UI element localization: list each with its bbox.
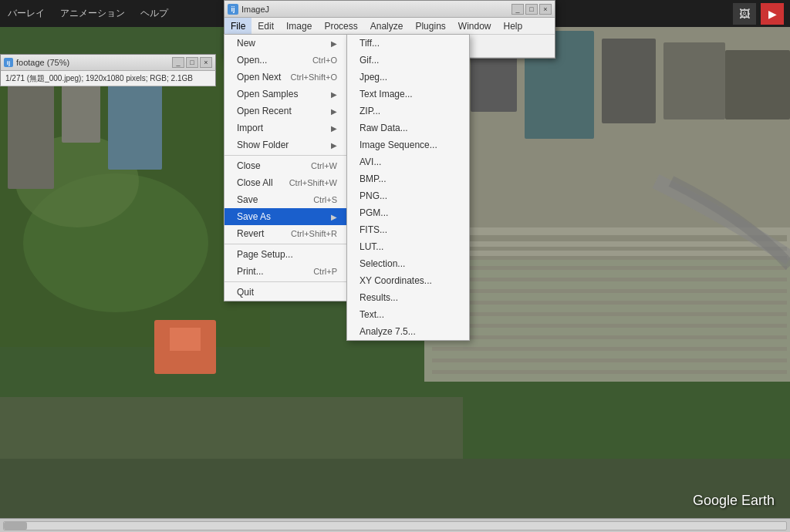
svg-rect-25 [8,73,54,189]
scrollbar-area[interactable] [0,518,790,532]
footage-window-controls[interactable]: _ □ × [172,57,212,68]
menu-import-arrow: ▶ [331,124,337,133]
menu-save-shortcut: Ctrl+S [313,195,337,204]
menu-save-label: Save [237,194,258,205]
submenu-results[interactable]: Results... [347,289,469,306]
file-dropdown-menu[interactable]: New ▶ Open... Ctrl+O Open Next Ctrl+Shif… [224,34,347,301]
submenu-lut[interactable]: LUT... [347,238,469,255]
menu-save-as-arrow: ▶ [331,213,337,221]
minimize-button[interactable]: _ [511,4,524,15]
submenu-text-label: Text... [360,309,384,320]
menu-new[interactable]: New ▶ [225,35,346,52]
menu-sep-2 [225,244,346,244]
submenu-text[interactable]: Text... [347,306,469,323]
svg-rect-14 [432,289,787,293]
submenu-tiff[interactable]: Tiff... [347,35,469,52]
menu-open-recent-arrow: ▶ [331,107,337,116]
menu-window[interactable]: Window [452,18,498,34]
app-icons-right: 🖼 ▶ [733,3,784,25]
menu-quit[interactable]: Quit [225,284,346,301]
submenu-image-sequence[interactable]: Image Sequence... [347,136,469,153]
menu-open[interactable]: Open... Ctrl+O [225,52,346,69]
menu-open-next[interactable]: Open Next Ctrl+Shift+O [225,69,346,86]
menu-close[interactable]: Close Ctrl+W [225,157,346,174]
svg-rect-11 [432,256,787,260]
footage-minimize[interactable]: _ [172,57,184,68]
submenu-fits[interactable]: FITS... [347,221,469,238]
submenu-xy-coordinates-label: XY Coordinates... [360,275,432,286]
app-icon-image[interactable]: 🖼 [733,3,756,25]
submenu-xy-coordinates[interactable]: XY Coordinates... [347,272,469,289]
close-button[interactable]: × [539,4,552,15]
menu-page-setup[interactable]: Page Setup... [225,246,346,263]
footage-restore[interactable]: □ [186,57,198,68]
svg-rect-21 [432,370,787,374]
submenu-gif[interactable]: Gif... [347,52,469,69]
menu-analyze[interactable]: Analyze [364,18,410,34]
menu-import-label: Import [237,123,263,133]
scroll-thumb[interactable] [4,522,27,530]
svg-rect-16 [432,312,787,316]
imagej-icon: ij [228,4,238,15]
imagej-menubar[interactable]: File Edit Image Process Analyze Plugins … [225,18,555,35]
menu-show-folder[interactable]: Show Folder ▶ [225,136,346,153]
submenu-pgm[interactable]: PGM... [347,204,469,221]
menu-open-shortcut: Ctrl+O [312,56,337,65]
svg-rect-18 [432,335,787,339]
svg-rect-20 [432,359,787,362]
taskbar-item-3: ヘルプ [140,7,168,20]
menu-open-samples[interactable]: Open Samples ▶ [225,86,346,103]
menu-close-label: Close [237,160,261,171]
google-earth-watermark: Google Earth [693,493,775,509]
submenu-avi[interactable]: AVI... [347,153,469,170]
menu-help[interactable]: Help [498,18,529,34]
menu-file[interactable]: File [225,18,252,34]
svg-rect-5 [602,39,656,123]
menu-save[interactable]: Save Ctrl+S [225,191,346,208]
menu-print[interactable]: Print... Ctrl+P [225,263,346,280]
footage-window: ij footage (75%) _ □ × 1/271 (無題_000.jpe… [0,54,216,86]
svg-rect-10 [432,247,787,251]
menu-edit[interactable]: Edit [252,18,280,34]
submenu-png[interactable]: PNG... [347,187,469,204]
scroll-track[interactable] [3,521,787,530]
submenu-raw-data[interactable]: Raw Data... [347,120,469,136]
submenu-jpeg-label: Jpeg... [360,72,387,82]
submenu-tiff-label: Tiff... [360,38,380,49]
menu-print-shortcut: Ctrl+P [313,267,337,276]
saveas-submenu[interactable]: Tiff... Gif... Jpeg... Text Image... ZIP… [346,34,470,341]
svg-rect-9 [432,235,787,241]
menu-quit-label: Quit [237,287,254,298]
submenu-analyze75-label: Analyze 7.5... [360,326,416,337]
menu-open-recent[interactable]: Open Recent ▶ [225,103,346,120]
submenu-lut-label: LUT... [360,241,383,252]
menu-image[interactable]: Image [280,18,318,34]
menu-import[interactable]: Import ▶ [225,120,346,136]
footage-title: footage (75%) [16,58,69,67]
menu-revert-label: Revert [237,228,264,239]
submenu-jpeg[interactable]: Jpeg... [347,69,469,86]
window-controls[interactable]: _ □ × [511,4,552,15]
submenu-analyze75[interactable]: Analyze 7.5... [347,323,469,340]
menu-revert[interactable]: Revert Ctrl+Shift+R [225,225,346,242]
taskbar-item-2: アニメーション [60,7,125,20]
menu-open-next-shortcut: Ctrl+Shift+O [290,72,337,82]
submenu-selection[interactable]: Selection... [347,255,469,272]
menu-close-all[interactable]: Close All Ctrl+Shift+W [225,174,346,191]
menu-new-label: New [237,38,255,49]
menu-process[interactable]: Process [318,18,363,34]
menu-save-as[interactable]: Save As ▶ [225,208,346,225]
footage-close[interactable]: × [200,57,212,68]
svg-rect-6 [663,42,725,120]
menu-save-as-label: Save As [237,211,271,222]
svg-rect-12 [432,266,787,270]
menu-close-all-shortcut: Ctrl+Shift+W [289,178,337,187]
submenu-avi-label: AVI... [360,157,381,167]
menu-plugins[interactable]: Plugins [409,18,451,34]
app-icon-red[interactable]: ▶ [761,3,784,25]
svg-rect-13 [432,278,787,281]
submenu-text-image[interactable]: Text Image... [347,86,469,103]
restore-button[interactable]: □ [525,4,538,15]
submenu-bmp[interactable]: BMP... [347,170,469,187]
submenu-zip[interactable]: ZIP... [347,103,469,120]
